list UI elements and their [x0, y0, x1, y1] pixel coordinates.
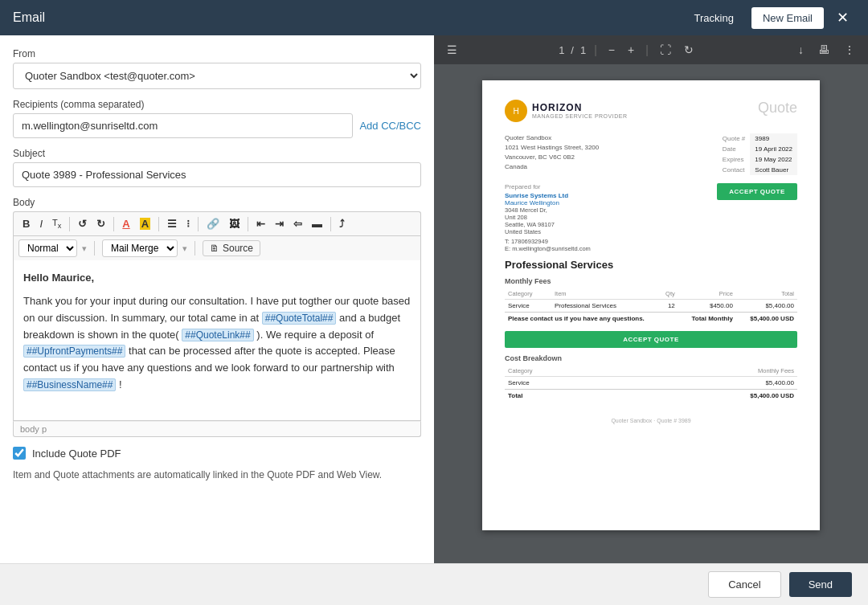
undo-button[interactable]: ↺	[74, 215, 91, 232]
editor-footer: body p	[13, 421, 421, 437]
pdf-logo: H HORIZON MANAGED SERVICE PROVIDER	[505, 100, 627, 122]
pdf-print-button[interactable]: 🖶	[815, 42, 833, 58]
bottom-bar: Cancel Send	[0, 563, 868, 605]
pdf-menu-button[interactable]: ☰	[444, 42, 461, 58]
from-select[interactable]: Quoter Sandbox <test@quoter.com>	[13, 63, 421, 89]
format-select[interactable]: Normal	[18, 239, 77, 257]
include-pdf-checkbox[interactable]	[13, 447, 26, 460]
client-country: United States	[505, 228, 591, 235]
pdf-breakdown-table: Category Monthly Fees Service $5,400.00 …	[505, 366, 797, 402]
pdf-section-title: Professional Services	[505, 259, 797, 271]
total-value: $5,400.00 USD	[736, 313, 797, 325]
source-icon: 🗎	[210, 243, 219, 254]
pdf-monthly-fees-title: Monthly Fees	[505, 277, 797, 285]
align-justify-button[interactable]: ▬	[308, 215, 326, 232]
body-field-group: Body B I Tx ↺ ↻ A A ☰ ⁝ 🔗 🖼 ⇤ ⇥	[13, 197, 421, 437]
subject-field-group: Subject	[13, 148, 421, 187]
align-left-button[interactable]: ⇤	[252, 215, 269, 232]
prepared-label: Prepared for	[505, 183, 591, 190]
bold-button[interactable]: B	[18, 215, 34, 232]
toolbar-divider-1	[69, 217, 70, 231]
close-button[interactable]: ✕	[830, 7, 855, 28]
source-button[interactable]: 🗎 Source	[203, 240, 260, 256]
client-phone: T: 17806932949	[505, 238, 591, 245]
recipients-label: Recipients (comma separated)	[13, 99, 421, 110]
pdf-separator-2: |	[645, 43, 649, 56]
mail-merge-select[interactable]: Mail Merge	[102, 239, 178, 257]
from-field-group: From Quoter Sandbox <test@quoter.com>	[13, 48, 421, 89]
pdf-logo-icon: H	[505, 100, 527, 122]
subject-input[interactable]	[13, 162, 421, 187]
include-pdf-row: Include Quote PDF	[13, 447, 421, 460]
pdf-more-button[interactable]: ⋮	[841, 42, 858, 58]
breakdown-col-category: Category	[505, 366, 616, 377]
cancel-button[interactable]: Cancel	[708, 571, 780, 598]
link-button[interactable]: 🔗	[203, 215, 223, 232]
from-label: From	[13, 48, 421, 59]
recipient-input[interactable]	[13, 113, 353, 138]
pdf-download-button[interactable]: ↓	[795, 42, 807, 58]
pdf-quote-table: Quote #3989 Date19 April 2022 Expires19 …	[718, 133, 797, 175]
client-city: Seattle, WA 98107	[505, 221, 591, 228]
client-address: 3048 Mercel Dr,	[505, 206, 591, 214]
toolbar-divider-8	[194, 241, 195, 255]
text-color-button[interactable]: A	[118, 215, 133, 232]
breakdown-service-label: Service	[505, 377, 616, 390]
client-name: Sunrise Systems Ltd	[505, 192, 591, 199]
toolbar-divider-6	[330, 217, 331, 231]
redo-button[interactable]: ↻	[92, 215, 109, 232]
pdf-zoom-in-button[interactable]: +	[624, 42, 637, 58]
row-price: $450.00	[678, 300, 736, 313]
col-category: Category	[505, 288, 551, 300]
unordered-list-button[interactable]: ⁝	[182, 215, 194, 232]
body-label: Body	[13, 197, 421, 208]
row-total: $5,400.00	[736, 300, 797, 313]
body-paragraph: Thank you for your input during our cons…	[23, 293, 411, 394]
pdf-toolbar-left: ☰	[444, 42, 461, 58]
breakdown-service-value: $5,400.00	[616, 377, 797, 390]
fullscreen-button[interactable]: ⤴	[335, 215, 349, 232]
body-editor[interactable]: Hello Maurice, Thank you for your input …	[13, 260, 421, 421]
header-actions: Tracking New Email ✕	[683, 7, 856, 29]
pdf-fit-button[interactable]: ⛶	[657, 42, 674, 58]
italic-button[interactable]: I	[35, 215, 47, 232]
pdf-separator-1: |	[594, 43, 597, 56]
sender-name: Quoter Sandbox	[505, 133, 599, 143]
pdf-rotate-button[interactable]: ↻	[681, 42, 697, 58]
pdf-quote-label: Quote	[758, 100, 797, 117]
clear-format-button[interactable]: Tx	[48, 215, 65, 232]
pdf-viewer: H HORIZON MANAGED SERVICE PROVIDER Quote…	[434, 64, 868, 563]
col-total: Total	[736, 288, 797, 300]
email-header: Email Tracking New Email ✕	[0, 0, 868, 35]
tracking-button[interactable]: Tracking	[683, 7, 745, 29]
merge-tag-upfront: ##UpfrontPayments##	[23, 345, 125, 358]
row-qty: 12	[654, 300, 678, 313]
attachments-note: Item and Quote attachments are automatic…	[13, 469, 421, 480]
client-email: E: m.wellington@sunriseltd.com	[505, 245, 591, 252]
send-button[interactable]: Send	[789, 572, 852, 597]
editor-toolbar: B I Tx ↺ ↻ A A ☰ ⁝ 🔗 🖼 ⇤ ⇥ ⇦ ▬	[13, 211, 421, 235]
merge-tag-business: ##BusinessName##	[23, 378, 116, 391]
subject-label: Subject	[13, 148, 421, 159]
new-email-button[interactable]: New Email	[751, 7, 824, 29]
pdf-page-separator: /	[571, 44, 574, 56]
client-contact: Maurice Wellington	[505, 199, 591, 206]
pdf-accept-quote-button-bottom[interactable]: ACCEPT QUOTE	[505, 331, 797, 348]
pdf-accept-quote-button-top[interactable]: ACCEPT QUOTE	[717, 183, 797, 200]
image-button[interactable]: 🖼	[225, 215, 244, 232]
ordered-list-button[interactable]: ☰	[163, 215, 181, 232]
sender-address: 1021 West Hastings Street, 3200	[505, 143, 599, 153]
align-center-button[interactable]: ⇥	[271, 215, 288, 232]
pdf-zoom-out-button[interactable]: −	[605, 42, 618, 58]
breakdown-row-service: Service $5,400.00	[505, 377, 797, 390]
col-qty: Qty	[654, 288, 678, 300]
pdf-toolbar-center: 1 / 1 | − + | ⛶ ↻	[559, 42, 697, 58]
pdf-prepared-section: Prepared for Sunrise Systems Ltd Maurice…	[505, 183, 797, 252]
pdf-toolbar-right: ↓ 🖶 ⋮	[795, 42, 858, 58]
row-category: Service	[505, 300, 551, 313]
bg-color-button[interactable]: A	[136, 215, 154, 232]
align-right-button[interactable]: ⇦	[289, 215, 306, 232]
toolbar-divider-3	[158, 217, 159, 231]
add-cc-button[interactable]: Add CC/BCC	[359, 120, 421, 132]
row-item: Professional Services	[551, 300, 654, 313]
